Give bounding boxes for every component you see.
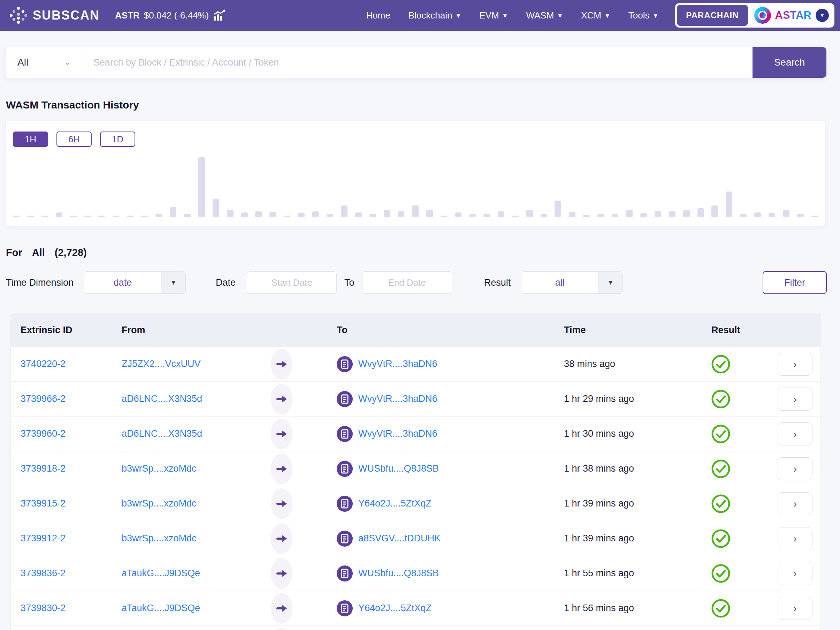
col-to: To: [337, 325, 564, 336]
row-detail-button[interactable]: ›: [778, 457, 812, 480]
extrinsic-id-link[interactable]: 3739836-2: [21, 568, 66, 578]
extrinsic-id-link[interactable]: 3739830-2: [21, 603, 66, 613]
to-account-link[interactable]: WUSbfu....Q8J8SB: [358, 463, 439, 474]
time-dimension-value: date: [84, 272, 161, 293]
from-account-link[interactable]: aTaukG....J9DSQe: [122, 568, 200, 578]
chart-bar: [184, 214, 191, 217]
chart-bar: [170, 207, 176, 217]
range-button-1d[interactable]: 1D: [100, 131, 135, 147]
time-cell: 1 hr 55 mins ago: [564, 568, 711, 579]
to-account-link[interactable]: Y64o2J....5ZtXqZ: [358, 498, 431, 509]
chart-bar: [41, 215, 48, 217]
contract-icon: [337, 426, 353, 442]
from-account-link[interactable]: b3wrSp....xzoMdc: [122, 498, 197, 509]
chart-bar: [512, 215, 519, 217]
success-icon: [711, 564, 730, 583]
chart-bar: [255, 211, 262, 217]
range-button-1h[interactable]: 1H: [13, 131, 48, 147]
nav-item-wasm[interactable]: WASM▼: [526, 10, 563, 21]
row-detail-button[interactable]: ›: [778, 388, 812, 411]
token-price: ASTR $0.042 (-6.44%): [115, 9, 226, 21]
end-date-input[interactable]: [362, 271, 452, 294]
time-cell: 1 hr 30 mins ago: [564, 428, 711, 439]
time-cell: 1 hr 56 mins ago: [564, 603, 711, 614]
row-detail-button[interactable]: ›: [778, 562, 812, 585]
chart-bar: [698, 208, 704, 217]
contract-icon: [337, 565, 353, 581]
search-scope-select[interactable]: All ⌄: [6, 47, 83, 78]
chart-bar: [640, 213, 647, 217]
chart-bar: [198, 157, 205, 217]
transactions-table: Extrinsic ID From To Time Result 3740220…: [11, 313, 821, 630]
to-account-link[interactable]: WvyVtR....3haDN6: [358, 359, 437, 369]
chart-bar: [127, 215, 134, 217]
network-switcher: PARACHAIN ASTAR ▼: [675, 3, 834, 28]
chart-bar: [626, 210, 633, 217]
row-detail-button[interactable]: ›: [778, 423, 812, 445]
from-account-link[interactable]: aD6LNC....X3N35d: [122, 428, 202, 439]
search-button[interactable]: Search: [753, 47, 826, 78]
extrinsic-id-link[interactable]: 3739918-2: [21, 463, 66, 474]
extrinsic-id-link[interactable]: 3739915-2: [21, 498, 66, 509]
parachain-button[interactable]: PARACHAIN: [677, 5, 748, 26]
to-account-link[interactable]: Y64o2J....5ZtXqZ: [358, 603, 431, 614]
subscan-logo[interactable]: SUBSCAN: [10, 6, 100, 24]
nav-item-tools[interactable]: Tools▼: [628, 10, 659, 21]
nav-item-blockchain[interactable]: Blockchain▼: [409, 10, 461, 21]
to-account-link[interactable]: WvyVtR....3haDN6: [358, 394, 437, 404]
from-account-link[interactable]: b3wrSp....xzoMdc: [122, 463, 197, 474]
to-account-link[interactable]: a8SVGV....tDDUHK: [358, 533, 441, 544]
chart-bar: [398, 211, 404, 217]
table-row: 3739966-2 aD6LNC....X3N35d WvyVtR....3ha…: [11, 381, 821, 416]
extrinsic-id-link[interactable]: 3739966-2: [21, 394, 66, 404]
extrinsic-id-link[interactable]: 3740220-2: [21, 359, 66, 369]
result-select[interactable]: all ▼: [521, 271, 623, 294]
network-selector[interactable]: ASTAR ▼: [754, 7, 829, 24]
chart-bar: [541, 214, 547, 217]
time-cell: 1 hr 39 mins ago: [564, 498, 711, 509]
time-cell: 1 hr 38 mins ago: [564, 463, 711, 474]
chart-range-buttons: 1H6H1D: [13, 131, 818, 147]
chart-bar: [597, 214, 604, 217]
time-cell: 1 hr 29 mins ago: [564, 394, 711, 404]
success-icon: [711, 494, 730, 513]
row-detail-button[interactable]: ›: [778, 492, 812, 515]
nav-item-evm[interactable]: EVM▼: [479, 10, 508, 21]
chart-bar: [711, 206, 718, 217]
table-row: 3739918-2 b3wrSp....xzoMdc WUSbfu....Q8J…: [11, 451, 821, 486]
time-dimension-select[interactable]: date ▼: [84, 271, 186, 294]
transaction-history-chart-card: 1H6H1D: [5, 121, 825, 227]
table-row: ›: [11, 626, 821, 630]
chart-bar: [783, 210, 789, 217]
chart-bar: [56, 212, 62, 217]
from-account-link[interactable]: aD6LNC....X3N35d: [122, 394, 202, 404]
chart-bar: [554, 201, 561, 217]
row-detail-button[interactable]: ›: [778, 527, 812, 550]
contract-icon: [337, 530, 353, 547]
filter-button[interactable]: Filter: [763, 271, 827, 294]
chart-bar: [655, 211, 661, 217]
to-account-link[interactable]: WvyVtR....3haDN6: [358, 428, 437, 439]
range-button-6h[interactable]: 6H: [57, 131, 92, 147]
from-account-link[interactable]: aTaukG....J9DSQe: [122, 603, 200, 613]
search-input[interactable]: [83, 47, 753, 78]
col-result: Result: [711, 325, 778, 336]
nav-item-home[interactable]: Home: [366, 10, 390, 21]
to-account-link[interactable]: WUSbfu....Q8J8SB: [358, 568, 439, 579]
from-account-link[interactable]: ZJ5ZX2....VcxUUV: [122, 359, 201, 369]
row-detail-button[interactable]: ›: [778, 597, 812, 620]
chart-bar: [426, 210, 433, 217]
extrinsic-id-link[interactable]: 3739912-2: [21, 533, 66, 543]
chart-bar: [284, 215, 291, 217]
token-symbol: ASTR: [115, 10, 140, 21]
chart-bar: [155, 214, 162, 217]
contract-icon: [337, 356, 353, 372]
astar-logo-icon: [754, 7, 771, 24]
from-account-link[interactable]: b3wrSp....xzoMdc: [122, 533, 197, 543]
price-chart-icon[interactable]: [213, 9, 226, 21]
row-detail-button[interactable]: ›: [778, 353, 812, 376]
contract-icon: [337, 461, 353, 477]
extrinsic-id-link[interactable]: 3739960-2: [21, 428, 66, 439]
nav-item-xcm[interactable]: XCM▼: [581, 10, 610, 21]
start-date-input[interactable]: [247, 271, 337, 294]
